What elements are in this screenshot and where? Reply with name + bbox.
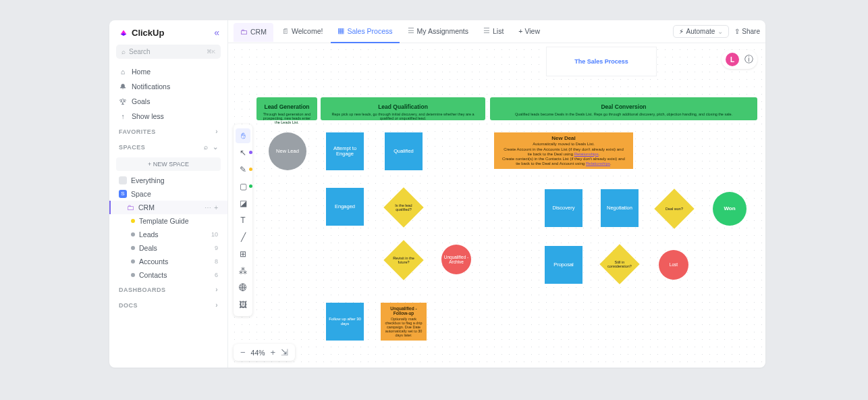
tab-my-assignments[interactable]: ☰My Assignments xyxy=(401,20,475,43)
search-small-icon[interactable]: ⌕ xyxy=(204,143,209,151)
list-dot-icon xyxy=(131,246,135,250)
list-icon: ☰ xyxy=(408,26,414,35)
tree-everything[interactable]: Everything xyxy=(109,174,227,187)
node-attempt-engage[interactable]: Attempt to Engage xyxy=(326,132,364,170)
connectors-layer xyxy=(228,43,431,145)
band-lead-qualification[interactable]: Lead QualificationReps pick up new leads… xyxy=(321,97,485,120)
board-title[interactable]: The Sales Process xyxy=(547,47,656,76)
section-favorites[interactable]: FAVORITES› xyxy=(109,124,227,139)
node-deal-won-decision[interactable]: Deal won? xyxy=(654,189,694,228)
tree-deals[interactable]: Deals9 xyxy=(109,241,227,255)
node-followup-30days[interactable]: Follow up after 30 days xyxy=(326,303,364,341)
section-dashboards[interactable]: DASHBOARDS› xyxy=(109,282,227,297)
whiteboard-canvas[interactable]: L ⓘ ✋︎ ↖ ✎ ▢ ◪ T ╱ ⊞ ⁂ 🌐︎ 🖼︎ − 44% xyxy=(228,43,765,368)
brand-name: ClickUp xyxy=(132,28,164,38)
search-icon: ⌕ xyxy=(121,48,126,55)
band-lead-generation[interactable]: Lead GenerationThrough lead generation a… xyxy=(256,97,317,120)
tree-accounts[interactable]: Accounts8 xyxy=(109,255,227,268)
node-still-consideration-decision[interactable]: Still in consideration? xyxy=(599,244,639,284)
node-revisit-decision[interactable]: Revisit in the future? xyxy=(383,240,423,280)
section-docs[interactable]: DOCS› xyxy=(109,297,227,313)
node-lost[interactable]: Lost xyxy=(659,250,688,280)
clickup-logo-icon xyxy=(119,28,128,37)
app-window: ClickUp « ⌕Search ⌘K ⌂Home 🔔︎Notificatio… xyxy=(109,20,765,368)
bolt-icon: ⚡︎ xyxy=(679,28,684,35)
list-dot-icon xyxy=(131,273,135,277)
space-icon: S xyxy=(119,190,127,198)
tree-space[interactable]: SSpace xyxy=(109,187,227,201)
whiteboard-icon: ▦ xyxy=(337,26,344,35)
node-new-deal[interactable]: New Deal Automatically moved to Deals Li… xyxy=(494,132,633,169)
node-negotiation[interactable]: Negotiation xyxy=(601,189,639,227)
breadcrumb-crm[interactable]: 🗀CRM xyxy=(234,23,273,42)
node-engaged[interactable]: Engaged xyxy=(326,188,364,226)
tree-template-guide[interactable]: Template Guide xyxy=(109,214,227,228)
tree-leads[interactable]: Leads10 xyxy=(109,228,227,241)
tab-welcome[interactable]: 📄︎Welcome! xyxy=(275,20,330,43)
whiteboard-content: The Sales Process Lead GenerationThrough… xyxy=(228,43,765,368)
plus-icon[interactable]: + xyxy=(214,204,218,211)
chevron-right-icon: › xyxy=(215,128,218,135)
tree-crm[interactable]: 🗀CRM⋯+ xyxy=(109,201,227,214)
folder-icon: 🗀 xyxy=(127,203,134,211)
bell-icon: 🔔︎ xyxy=(119,82,127,91)
node-discovery[interactable]: Discovery xyxy=(545,189,582,227)
more-icon[interactable]: ⋯ xyxy=(205,204,211,211)
list-dot-icon xyxy=(131,232,135,236)
tab-list[interactable]: ☰List xyxy=(477,20,510,43)
arrow-up-icon: ↑ xyxy=(119,112,127,120)
add-view-button[interactable]: + View xyxy=(512,20,547,43)
chevron-down-icon[interactable]: ⌄ xyxy=(213,143,219,151)
node-won[interactable]: Won xyxy=(713,192,747,226)
chevron-right-icon: › xyxy=(215,286,218,293)
nav-notifications[interactable]: 🔔︎Notifications xyxy=(109,79,227,94)
list-icon: ☰ xyxy=(483,26,490,35)
band-deal-conversion[interactable]: Deal ConversionQualified leads become De… xyxy=(490,97,757,120)
chevron-down-icon: ⌄ xyxy=(717,28,723,35)
home-icon: ⌂ xyxy=(119,68,127,76)
node-unqualified-followup[interactable]: Unqualified - Follow-upOptionally mark c… xyxy=(381,303,427,341)
node-lead-qualified-decision[interactable]: Is the lead qualified? xyxy=(383,187,423,227)
doc-icon: 📄︎ xyxy=(281,27,289,35)
node-qualified[interactable]: Qualified xyxy=(385,132,423,170)
share-button[interactable]: ⇪Share xyxy=(734,28,760,35)
chevron-right-icon: › xyxy=(215,301,218,309)
list-dot-icon xyxy=(131,259,135,264)
tab-sales-process[interactable]: ▦Sales Process xyxy=(331,20,399,43)
share-icon: ⇪ xyxy=(734,28,740,35)
brand-logo[interactable]: ClickUp xyxy=(119,28,164,38)
nav-show-less[interactable]: ↑Show less xyxy=(109,109,227,124)
trophy-icon: 🏆︎ xyxy=(119,97,127,105)
tree-contacts[interactable]: Contacts6 xyxy=(109,268,227,282)
node-proposal[interactable]: Proposal xyxy=(545,246,582,284)
sparkle-icon xyxy=(131,219,135,223)
sidebar: ClickUp « ⌕Search ⌘K ⌂Home 🔔︎Notificatio… xyxy=(109,20,228,368)
folder-icon: 🗀 xyxy=(240,28,248,36)
search-input[interactable]: ⌕Search ⌘K xyxy=(116,45,221,59)
sidebar-collapse-button[interactable]: « xyxy=(214,27,219,38)
nav-home[interactable]: ⌂Home xyxy=(109,64,227,79)
automate-button[interactable]: ⚡︎Automate⌄ xyxy=(673,25,730,38)
section-spaces[interactable]: SPACES⌕⌄ xyxy=(109,139,227,155)
main-area: 🗀CRM 📄︎Welcome! ▦Sales Process ☰My Assig… xyxy=(228,20,765,368)
tab-bar: 🗀CRM 📄︎Welcome! ▦Sales Process ☰My Assig… xyxy=(228,20,765,43)
node-new-lead[interactable]: New Lead xyxy=(269,132,306,170)
sidebar-header: ClickUp « xyxy=(109,20,227,45)
node-unqualified-archive[interactable]: Unqualified - Archive xyxy=(441,245,471,274)
grid-icon xyxy=(119,176,127,184)
new-space-button[interactable]: + NEW SPACE xyxy=(116,157,221,171)
nav-goals[interactable]: 🏆︎Goals xyxy=(109,94,227,109)
search-shortcut: ⌘K xyxy=(207,49,215,55)
